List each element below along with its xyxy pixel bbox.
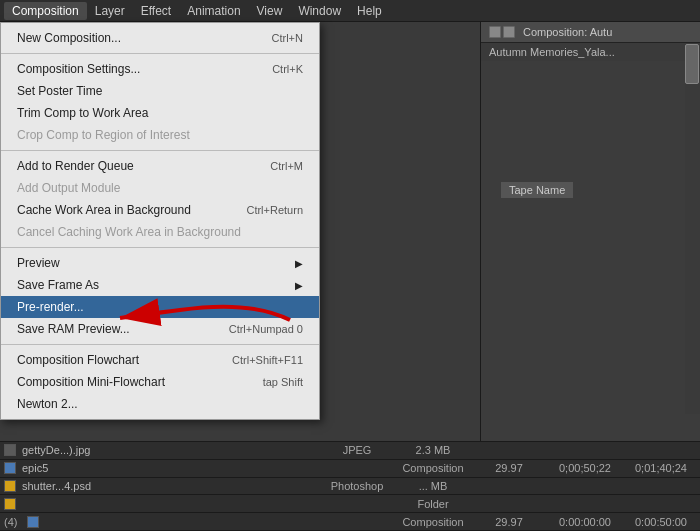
- menu-effect[interactable]: Effect: [133, 2, 179, 20]
- menu-item-preview[interactable]: Preview ▶: [1, 252, 319, 274]
- menu-item-comp-mini[interactable]: Composition Mini-Flowchart tap Shift: [1, 371, 319, 393]
- menu-item-add-output: Add Output Module: [1, 177, 319, 199]
- menu-window[interactable]: Window: [290, 2, 349, 20]
- menu-item-comp-flowchart[interactable]: Composition Flowchart Ctrl+Shift+F11: [1, 349, 319, 371]
- panel-icon-1: [489, 26, 501, 38]
- row-name-2: shutter...4.psd: [22, 480, 316, 492]
- row-type-0: JPEG: [322, 444, 392, 456]
- menu-item-comp-settings[interactable]: Composition Settings... Ctrl+K: [1, 58, 319, 80]
- scrollbar-track[interactable]: [685, 44, 700, 414]
- menu-item-add-render[interactable]: Add to Render Queue Ctrl+M: [1, 155, 319, 177]
- scrollbar-thumb[interactable]: [685, 44, 699, 84]
- bottom-row-1: epic5 Composition 29.97 0;00;50;22 0;01;…: [0, 460, 700, 478]
- separator-1: [1, 53, 319, 54]
- panel-title: Composition: Autu: [523, 26, 612, 38]
- menu-layer[interactable]: Layer: [87, 2, 133, 20]
- row-color-2: [4, 480, 16, 492]
- menu-item-cancel-cache: Cancel Caching Work Area in Background: [1, 221, 319, 243]
- menu-animation[interactable]: Animation: [179, 2, 248, 20]
- tape-name-label: Tape Name: [501, 182, 573, 198]
- row-size-2: ... MB: [398, 480, 468, 492]
- separator-3: [1, 247, 319, 248]
- bottom-row-3: Folder: [0, 495, 700, 513]
- composition-dropdown-menu: New Composition... Ctrl+N Composition Se…: [0, 22, 320, 420]
- menu-item-new-comp[interactable]: New Composition... Ctrl+N: [1, 27, 319, 49]
- menu-help[interactable]: Help: [349, 2, 390, 20]
- row-type-2: Photoshop: [322, 480, 392, 492]
- row-color-3: [4, 498, 16, 510]
- row-color-4: [27, 516, 39, 528]
- row-type-1: Composition: [398, 462, 468, 474]
- row-dur-1: 0;00;50;22: [550, 462, 620, 474]
- row-type-4: Composition: [398, 516, 468, 528]
- menu-item-pre-render[interactable]: Pre-render...: [1, 296, 319, 318]
- menu-item-save-ram[interactable]: Save RAM Preview... Ctrl+Numpad 0: [1, 318, 319, 340]
- row-end-1: 0;01;40;24: [626, 462, 696, 474]
- menu-item-newton[interactable]: Newton 2...: [1, 393, 319, 415]
- bottom-panel: gettyDe...).jpg JPEG 2.3 MB epic5 Compos…: [0, 441, 700, 531]
- bottom-row-4: (4) Composition 29.97 0:00:00:00 0:00:50…: [0, 513, 700, 531]
- panel-icons: [489, 26, 515, 38]
- menu-item-cache-work[interactable]: Cache Work Area in Background Ctrl+Retur…: [1, 199, 319, 221]
- save-frame-submenu-arrow: ▶: [295, 280, 303, 291]
- menu-item-save-frame[interactable]: Save Frame As ▶: [1, 274, 319, 296]
- separator-2: [1, 150, 319, 151]
- row-rate-1: 29.97: [474, 462, 544, 474]
- row-end-4: 0:00:50:00: [626, 516, 696, 528]
- menu-item-crop-comp: Crop Comp to Region of Interest: [1, 124, 319, 146]
- menubar: Composition Layer Effect Animation View …: [0, 0, 700, 22]
- row-color-1: [4, 462, 16, 474]
- row-dur-4: 0:00:00:00: [550, 516, 620, 528]
- menu-view[interactable]: View: [249, 2, 291, 20]
- separator-4: [1, 344, 319, 345]
- panel-header: Composition: Autu: [481, 22, 700, 43]
- bottom-row-0: gettyDe...).jpg JPEG 2.3 MB: [0, 442, 700, 460]
- row-name-1: epic5: [22, 462, 392, 474]
- menu-item-trim-comp[interactable]: Trim Comp to Work Area: [1, 102, 319, 124]
- row-color-0: [4, 444, 16, 456]
- row-name-0: gettyDe...).jpg: [22, 444, 316, 456]
- panel-icon-2: [503, 26, 515, 38]
- row-size-0: 2.3 MB: [398, 444, 468, 456]
- row-rate-4: 29.97: [474, 516, 544, 528]
- comp-subtitle: Autumn Memories_Yala...: [481, 43, 700, 61]
- menu-composition[interactable]: Composition: [4, 2, 87, 20]
- bottom-row-2: shutter...4.psd Photoshop ... MB: [0, 478, 700, 496]
- menu-item-set-poster[interactable]: Set Poster Time: [1, 80, 319, 102]
- row-count: (4): [4, 516, 17, 528]
- preview-submenu-arrow: ▶: [295, 258, 303, 269]
- row-type-3: Folder: [398, 498, 468, 510]
